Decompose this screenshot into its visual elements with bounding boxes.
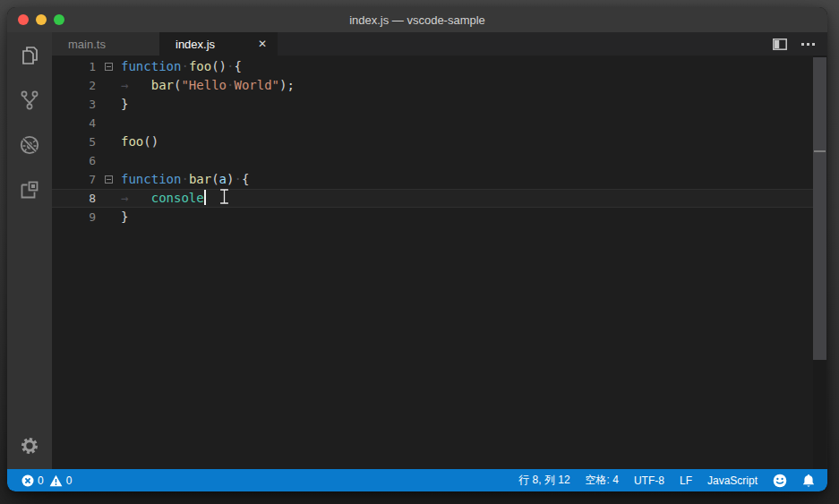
code-token: function <box>121 172 181 186</box>
warning-count: 0 <box>66 474 73 487</box>
zoom-window-button[interactable] <box>54 14 64 25</box>
code-line[interactable]: 7function·bar(a)·{ <box>52 170 814 189</box>
window-title: index.js — vscode-sample <box>7 13 827 27</box>
fold-collapse-icon[interactable] <box>105 63 113 71</box>
code-token: () <box>143 134 158 149</box>
code-token: } <box>121 209 128 224</box>
gear-icon <box>19 435 40 457</box>
code-token: { <box>242 172 249 186</box>
extensions-icon <box>18 178 41 201</box>
code-token: a <box>219 172 227 186</box>
tab-label: index.js <box>176 38 215 51</box>
git-branch-icon <box>18 89 41 112</box>
line-number: 4 <box>52 114 96 132</box>
line-number: 2 <box>52 76 96 95</box>
code-line[interactable]: 1function·foo()·{ <box>52 57 814 76</box>
whitespace-marker: · <box>234 172 241 186</box>
line-number: 3 <box>52 95 96 114</box>
files-icon <box>18 44 41 67</box>
warning-triangle-icon <box>49 474 63 487</box>
tab-bar: main.ts index.js ✕ <box>52 32 827 56</box>
source-control-view-button[interactable] <box>7 82 52 118</box>
code-token: console <box>151 191 204 205</box>
code-line[interactable]: 8→console <box>52 189 814 208</box>
editor-scrollbar[interactable] <box>813 56 826 469</box>
line-number: 6 <box>52 151 96 170</box>
code-token: foo <box>189 59 211 73</box>
code-lines: 1function·foo()·{2→bar("Hello·World");3}… <box>52 57 827 226</box>
code-line[interactable]: 5foo() <box>52 132 814 151</box>
traffic-lights <box>7 14 64 25</box>
code-line[interactable]: 6 <box>52 151 814 170</box>
activity-bar <box>7 32 52 469</box>
code-line[interactable]: 9} <box>52 208 814 226</box>
whitespace-marker: · <box>181 172 188 186</box>
tab-main-ts[interactable]: main.ts <box>52 32 159 56</box>
feedback-smiley-icon[interactable] <box>773 474 787 488</box>
close-tab-icon[interactable]: ✕ <box>258 38 267 49</box>
tab-label: main.ts <box>68 38 106 51</box>
tab-index-js[interactable]: index.js ✕ <box>159 32 278 56</box>
whitespace-marker: → <box>121 76 151 95</box>
indentation-status[interactable]: 空格: 4 <box>586 473 619 488</box>
cursor-position-status[interactable]: 行 8, 列 12 <box>518 473 569 488</box>
extensions-view-button[interactable] <box>7 172 52 208</box>
code-line[interactable]: 4 <box>52 114 814 132</box>
mouse-ibeam-pointer <box>218 188 230 205</box>
language-mode-status[interactable]: JavaScript <box>707 474 758 487</box>
code-token: World" <box>234 78 279 92</box>
code-token: ( <box>211 172 218 186</box>
more-actions-icon[interactable] <box>801 43 815 46</box>
code-token: ); <box>279 78 295 92</box>
line-number: 8 <box>52 189 96 208</box>
vscode-window: index.js — vscode-sample <box>7 7 827 491</box>
code-token: { <box>234 59 241 73</box>
code-token: function <box>121 59 181 73</box>
minimize-window-button[interactable] <box>36 14 47 25</box>
line-number: 7 <box>52 170 96 189</box>
fold-collapse-icon[interactable] <box>105 175 113 184</box>
text-caret <box>204 190 206 205</box>
code-token: "Hello <box>181 78 227 92</box>
error-circle-icon <box>21 474 34 487</box>
overview-ruler-cursor-mark <box>814 150 826 152</box>
notifications-bell-icon[interactable] <box>802 474 815 488</box>
settings-button[interactable] <box>7 428 52 464</box>
line-number: 9 <box>52 208 96 226</box>
split-editor-icon[interactable] <box>773 38 787 50</box>
status-bar: 0 0 行 8, 列 12 空格: 4 UTF-8 LF JavaScript <box>7 469 827 491</box>
line-number: 5 <box>52 132 96 151</box>
error-count: 0 <box>38 474 44 487</box>
bug-slash-icon <box>18 133 41 157</box>
explorer-view-button[interactable] <box>7 38 52 73</box>
code-token: () <box>211 59 227 73</box>
problems-warnings[interactable]: 0 <box>49 474 73 487</box>
window-titlebar[interactable]: index.js — vscode-sample <box>7 7 827 32</box>
whitespace-marker: → <box>121 189 151 208</box>
eol-status[interactable]: LF <box>680 474 692 487</box>
code-line[interactable]: 2→bar("Hello·World"); <box>52 76 814 95</box>
line-number: 1 <box>52 57 96 76</box>
code-token: bar <box>151 78 174 92</box>
code-line[interactable]: 3} <box>52 95 814 114</box>
scrollbar-thumb[interactable] <box>813 57 826 360</box>
whitespace-marker: · <box>181 59 188 73</box>
debug-view-button[interactable] <box>7 127 52 163</box>
close-window-button[interactable] <box>18 14 29 25</box>
encoding-status[interactable]: UTF-8 <box>634 474 664 487</box>
problems-errors[interactable]: 0 <box>21 474 44 487</box>
code-token: foo <box>121 134 143 149</box>
code-editor[interactable]: 1function·foo()·{2→bar("Hello·World");3}… <box>52 56 827 469</box>
code-token: bar <box>189 172 211 186</box>
code-token: } <box>121 97 128 111</box>
